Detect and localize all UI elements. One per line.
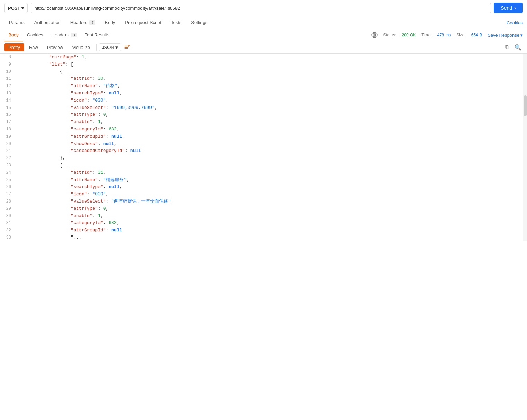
tab-tests[interactable]: Tests [166,16,186,29]
line-content: { [17,162,523,169]
json-line: 24 "attrId": 31, [0,169,523,177]
json-line: 20 "showDesc": null, [0,140,523,148]
line-content: "attrGroupId": null, [17,227,523,234]
line-number: 19 [0,133,17,140]
line-number: 10 [0,68,17,75]
json-line: 26 "searchType": null, [0,183,523,191]
tab-body[interactable]: Body [100,16,120,29]
visualize-button[interactable]: Visualize [68,43,94,51]
response-headers-badge: 3 [71,33,76,37]
json-line: 25 "attrName": "精选服务", [0,177,523,184]
json-chevron-icon: ▾ [115,45,118,50]
scrollbar-track[interactable] [523,54,527,241]
size-label: Size: [456,33,466,37]
filter-icon[interactable]: ≡⊳ [124,44,131,51]
preview-button[interactable]: Preview [43,43,67,51]
line-number: 15 [0,104,17,111]
time-value: 478 ms [437,33,451,37]
line-content: }, [17,155,523,162]
line-content: "attrName": "价格", [17,83,523,90]
tab-params[interactable]: Params [4,16,29,29]
url-bar: POST ▾ Send ▾ [0,0,527,16]
json-line: 10 { [0,68,523,76]
copy-icon[interactable]: ⧉ [504,43,510,51]
tab-settings[interactable]: Settings [186,16,212,29]
line-content: "list": [ [17,61,523,68]
json-line: 11 "attrId": 30, [0,75,523,83]
send-chevron-icon: ▾ [514,6,516,10]
line-content: "attrName": "精选服务", [17,177,523,184]
line-number: 16 [0,111,17,118]
send-label: Send [501,5,512,11]
scrollbar-thumb [524,95,527,116]
json-line: 31 "categoryId": 682, [0,220,523,227]
method-select[interactable]: POST ▾ [4,3,28,13]
globe-icon[interactable] [371,32,378,38]
line-number: 30 [0,213,17,220]
tab-prerequest[interactable]: Pre-request Script [120,16,166,29]
json-line: 14 "icon": "000", [0,97,523,104]
json-line: 21 "cascadedCategoryId": null [0,147,523,155]
json-selector[interactable]: JSON ▾ [99,43,121,51]
line-number: 28 [0,198,17,205]
send-button[interactable]: Send ▾ [494,3,523,13]
line-content: "categoryId": 682, [17,220,523,227]
json-line: 13 "searchType": null, [0,90,523,97]
json-body[interactable]: 8 "currPage": 1,9 "list": [10 {11 "attrI… [0,54,523,241]
line-number: 14 [0,97,17,104]
url-input[interactable] [31,3,491,13]
json-line: 28 "valueSelect": "两年碎屏保，一年全面保修", [0,198,523,205]
save-response-chevron-icon: ▾ [520,33,523,38]
cookies-link[interactable]: Cookies [507,20,523,25]
json-line: 8 "currPage": 1, [0,54,523,61]
raw-button[interactable]: Raw [25,43,42,51]
line-content: "searchType": null, [17,183,523,191]
line-number: 12 [0,83,17,89]
json-line: 29 "attrType": 0, [0,205,523,213]
line-number: 8 [0,54,17,61]
size-value: 654 B [471,33,482,37]
json-line: 18 "categoryId": 682, [0,126,523,133]
line-number: 23 [0,162,17,169]
line-content: "attrId": 30, [17,75,523,83]
json-line: 22 }, [0,155,523,162]
search-icon[interactable]: 🔍 [513,43,523,51]
status-area: Status: 200 OK Time: 478 ms Size: 654 B … [371,32,523,38]
line-number: 33 [0,234,17,241]
line-number: 21 [0,147,17,154]
json-line: 9 "list": [ [0,61,523,68]
format-separator [96,44,97,51]
json-line: 15 "valueSelect": "1999,3999,7999", [0,104,523,112]
line-content: "enable": 1, [17,119,523,126]
tab-test-results[interactable]: Test Results [81,29,114,41]
line-content: "currPage": 1, [17,54,523,61]
line-number: 20 [0,140,17,147]
primary-tab-bar: Params Authorization Headers 7 Body Pre-… [0,16,527,29]
line-number: 31 [0,220,17,226]
tab-headers[interactable]: Headers 7 [66,16,100,29]
line-content: "cascadedCategoryId": null [17,147,523,155]
secondary-tab-bar: Body Cookies Headers 3 Test Results Stat… [0,29,527,41]
json-line: 33 "... [0,234,523,241]
line-content: "searchType": null, [17,90,523,97]
json-line: 30 "enable": 1, [0,213,523,220]
pretty-button[interactable]: Pretty [4,43,24,51]
line-number: 27 [0,191,17,198]
tab-response-cookies[interactable]: Cookies [23,29,47,41]
save-response-button[interactable]: Save Response ▾ [487,33,523,38]
line-number: 18 [0,126,17,133]
json-content-wrapper: 8 "currPage": 1,9 "list": [10 {11 "attrI… [0,54,527,241]
line-content: "valueSelect": "两年碎屏保，一年全面保修", [17,198,523,205]
headers-badge: 7 [89,20,95,25]
tab-response-headers[interactable]: Headers 3 [47,29,81,41]
line-content: "attrId": 31, [17,169,523,177]
line-content: "... [17,234,523,241]
line-content: "attrGroupId": null, [17,133,523,140]
tab-authorization[interactable]: Authorization [29,16,66,29]
line-number: 9 [0,61,17,68]
tab-response-body[interactable]: Body [4,29,23,41]
format-bar: Pretty Raw Preview Visualize JSON ▾ ≡⊳ ⧉… [0,41,527,54]
line-number: 24 [0,169,17,176]
line-content: "attrType": 0, [17,205,523,213]
line-content: "enable": 1, [17,213,523,220]
